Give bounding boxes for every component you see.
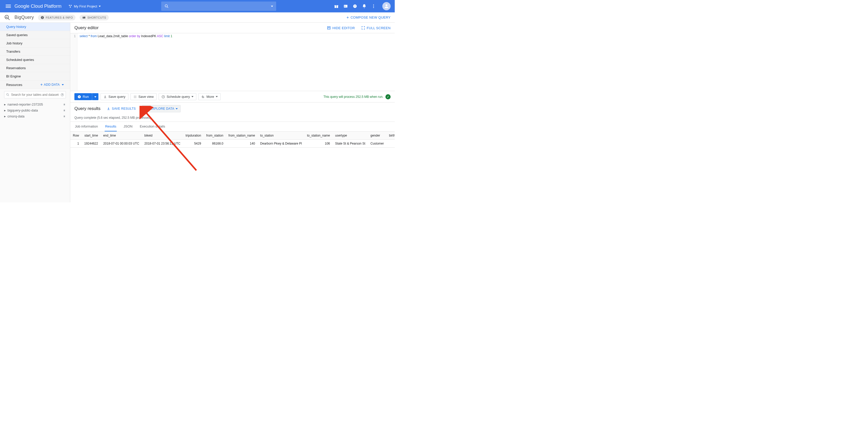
svg-point-37 [135,96,135,96]
add-data-button[interactable]: + ADD DATA [40,82,64,87]
column-header[interactable]: gender [368,132,386,140]
resource-tree: ▸ named-reporter-237205 ▸ bigquery-publi… [0,100,70,120]
hide-editor-button[interactable]: HIDE EDITOR [327,26,355,30]
svg-text:?: ? [62,94,63,96]
compose-query-button[interactable]: + COMPOSE NEW QUERY [346,15,391,20]
pin-icon[interactable] [63,103,66,106]
results-tabs: Job information Results JSON Execution d… [70,122,395,132]
column-header[interactable]: to_station_name [305,132,333,140]
tree-project[interactable]: ▸ named-reporter-237205 [0,101,70,107]
tree-project[interactable]: ▸ bigquery-public-data [0,107,70,113]
sidebar-saved-queries[interactable]: Saved queries [0,31,70,39]
sidebar-resources-header: Resources + ADD DATA [0,80,70,89]
column-header[interactable]: tripduration [183,132,204,140]
product-bar: BigQuery i FEATURES & INFO SHORTCUTS + C… [0,12,395,23]
project-picker[interactable]: My First Project [66,3,103,9]
column-header[interactable]: from_station [204,132,226,140]
table-cell: 140 [226,140,257,148]
plus-icon: + [40,82,43,87]
table-cell: Dearborn Pkwy & Delaware Pl [257,140,304,148]
resource-search[interactable]: ? [4,91,66,98]
column-header[interactable]: start_time [82,132,100,140]
shortcuts-chip[interactable]: SHORTCUTS [80,15,109,21]
explore-data-button[interactable]: EXPLORE DATA [142,105,181,112]
table-cell [386,140,395,148]
save-query-button[interactable]: Save query [100,93,128,100]
resource-search-input[interactable] [11,93,59,97]
cloud-shell-icon[interactable] [343,4,348,9]
bigquery-icon [4,14,10,21]
svg-line-4 [167,7,168,8]
sidebar-bi-engine[interactable]: BI Engine [0,72,70,80]
search-input[interactable] [171,4,271,8]
chevron-down-icon[interactable] [271,6,273,7]
svg-point-13 [373,6,374,7]
save-results-button[interactable]: SAVE RESULTS [107,107,136,110]
sidebar-reservations[interactable]: Reservations [0,64,70,72]
svg-point-38 [135,96,136,96]
sidebar-transfers[interactable]: Transfers [0,47,70,56]
column-header[interactable]: to_station [257,132,304,140]
svg-point-46 [203,96,204,97]
run-dropdown[interactable] [92,93,98,100]
chevron-down-icon [216,96,218,97]
features-chip[interactable]: i FEATURES & INFO [38,15,75,21]
editor-title: Query editor [74,25,99,30]
results-table-wrap[interactable]: Rowstart_timeend_timebikeidtripdurationf… [70,132,395,148]
sql-editor[interactable]: 1 select * from Lead_data.2mill_table or… [70,33,395,91]
column-header[interactable]: usertype [333,132,368,140]
main-area: Query editor HIDE EDITOR FULL SCREEN 1 s… [70,23,395,202]
tab-results[interactable]: Results [104,122,117,131]
tree-project[interactable]: ▸ cmorq-data [0,113,70,119]
table-cell: Customer [368,140,386,148]
more-vert-icon[interactable] [371,4,376,9]
menu-icon[interactable] [5,3,11,9]
platform-logo[interactable]: Google Cloud Platform [14,4,61,9]
sql-code[interactable]: select * from Lead_data.2mill_table orde… [78,33,175,91]
product-title: BigQuery [14,15,34,20]
notifications-icon[interactable] [362,4,367,9]
tab-json[interactable]: JSON [123,122,133,131]
svg-line-17 [8,18,9,20]
search-icon [6,93,9,97]
line-gutter: 1 [70,33,78,91]
save-view-button[interactable]: Save view [130,93,157,100]
sidebar-scheduled-queries[interactable]: Scheduled queries [0,56,70,64]
svg-rect-23 [83,16,86,18]
user-avatar[interactable] [382,2,391,10]
sidebar-query-history[interactable]: Query history [0,23,70,31]
column-header[interactable]: from_station_name [226,132,257,140]
help-icon[interactable]: ? [352,4,358,9]
svg-point-41 [135,97,136,97]
gift-icon[interactable] [334,4,339,9]
svg-point-2 [70,6,71,7]
check-icon: ✓ [385,94,391,99]
column-header[interactable]: birthyear [386,132,395,140]
svg-rect-24 [83,17,83,17]
query-toolbar: Run Save query Save view Schedule query [70,91,395,102]
column-header[interactable]: Row [70,132,82,140]
search-box[interactable] [161,2,276,11]
column-header[interactable]: end_time [100,132,142,140]
pin-icon[interactable] [63,115,66,118]
tab-job-information[interactable]: Job information [74,122,98,131]
plus-icon: + [346,15,349,20]
pin-icon[interactable] [63,109,66,112]
more-button[interactable]: More [198,93,221,100]
full-screen-button[interactable]: FULL SCREEN [361,26,391,30]
tab-execution-details[interactable]: Execution details [139,122,165,131]
sidebar-job-history[interactable]: Job history [0,39,70,47]
help-icon[interactable]: ? [60,93,64,97]
run-button[interactable]: Run [74,93,92,100]
chevron-right-icon: ▸ [4,108,6,112]
sidebar: Query history Saved queries Job history … [0,23,70,202]
schedule-query-button[interactable]: Schedule query [159,93,196,100]
column-header[interactable]: bikeid [142,132,183,140]
svg-rect-7 [336,5,337,8]
svg-point-3 [165,5,167,7]
svg-point-14 [373,7,374,8]
chevron-right-icon: ▸ [4,114,6,118]
query-complete-status: Query complete (5.6 sec elapsed, 252.5 M… [70,115,395,122]
table-cell: 106 [305,140,333,148]
results-table: Rowstart_timeend_timebikeidtripdurationf… [70,132,395,148]
